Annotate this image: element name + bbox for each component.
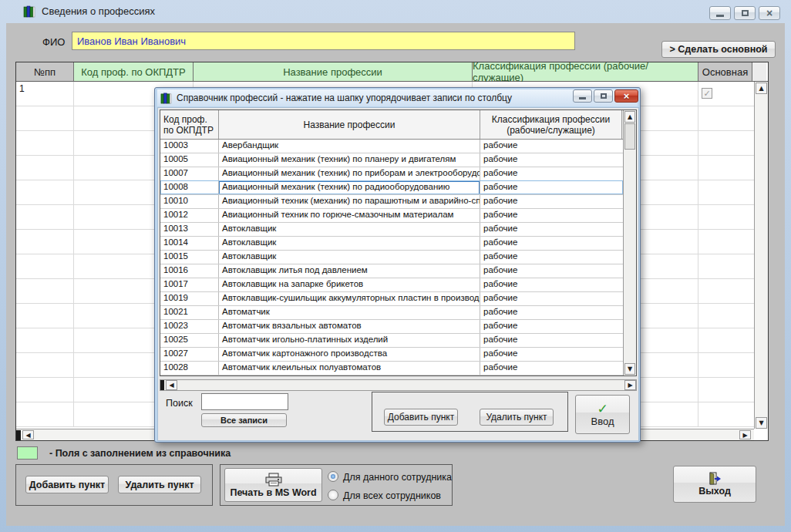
scroll-up-icon[interactable]: ▲ — [756, 82, 767, 94]
profession-code-cell[interactable]: 10028 — [160, 362, 219, 375]
scroll-down-icon[interactable]: ▼ — [624, 363, 635, 375]
scroll-right-icon[interactable]: ▶ — [739, 430, 751, 439]
profession-name-cell[interactable]: Авербандщик — [219, 140, 480, 153]
minimize-icon[interactable] — [709, 6, 731, 20]
dialog-delete-item-button[interactable]: Удалить пункт — [480, 409, 554, 426]
profession-class-cell[interactable]: рабочие — [480, 153, 622, 167]
profession-class-cell[interactable]: рабочие — [480, 292, 622, 305]
dialog-grid-row[interactable]: 10028Автоматчик клеильных полуавтоматовр… — [160, 362, 623, 375]
profession-class-cell[interactable]: рабочие — [480, 306, 622, 319]
profession-name-cell[interactable]: Автоклавщик-сушильщик аккумуляторных пла… — [219, 292, 480, 305]
profession-class-cell[interactable]: рабочие — [480, 334, 622, 347]
dialog-grid-row[interactable]: 10005Авиационный механик (техник) по пла… — [160, 153, 623, 167]
profession-name-cell[interactable]: Автоматчик картонажного производства — [219, 348, 480, 361]
profession-name-cell[interactable]: Автоматчик клеильных полуавтоматов — [219, 362, 480, 375]
radio-all-employees-label[interactable]: Для всех сотрудников — [343, 490, 441, 501]
profession-code-cell[interactable]: 10017 — [160, 278, 219, 291]
scroll-up-icon[interactable]: ▲ — [624, 111, 635, 123]
dialog-grid-row[interactable]: 10013Автоклавщикрабочие — [160, 223, 623, 237]
profession-code-cell[interactable]: 10012 — [160, 209, 219, 222]
main-table-cell[interactable]: 1 — [16, 82, 74, 106]
profession-class-cell[interactable]: рабочие — [480, 140, 622, 153]
profession-class-cell[interactable]: рабочие — [480, 362, 622, 375]
fio-input[interactable] — [72, 32, 575, 50]
profession-code-cell[interactable]: 10007 — [160, 167, 219, 180]
profession-code-cell[interactable]: 10005 — [160, 153, 219, 167]
profession-code-cell[interactable]: 10008 — [160, 181, 219, 194]
profession-name-cell[interactable]: Авиационный механик (техник) по приборам… — [219, 167, 480, 180]
profession-code-cell[interactable]: 10003 — [160, 140, 219, 153]
dialog-grid-row[interactable]: 10023Автоматчик вязальных автоматоврабоч… — [160, 320, 623, 334]
profession-class-cell[interactable]: рабочие — [480, 181, 622, 194]
dialog-grid-row[interactable]: 10027Автоматчик картонажного производств… — [160, 348, 623, 362]
scroll-right-icon[interactable]: ▶ — [624, 380, 636, 390]
scroll-down-icon[interactable]: ▼ — [756, 417, 767, 429]
scroll-thumb[interactable] — [624, 123, 635, 150]
profession-class-cell[interactable]: рабочие — [480, 223, 622, 236]
profession-name-cell[interactable]: Автоклавщик литья под давлением — [219, 264, 480, 278]
profession-class-cell[interactable]: рабочие — [480, 348, 622, 361]
all-records-button[interactable]: Все записи — [201, 413, 287, 427]
profession-class-cell[interactable]: рабочие — [480, 167, 622, 180]
profession-class-cell[interactable]: рабочие — [480, 209, 622, 222]
profession-name-cell[interactable]: Авиационный техник по горюче-смазочным м… — [219, 209, 480, 222]
dialog-grid-row[interactable]: 10012Авиационный техник по горюче-смазоч… — [160, 209, 623, 223]
add-item-button[interactable]: Добавить пункт — [25, 476, 109, 493]
profession-code-cell[interactable]: 10023 — [160, 320, 219, 333]
enter-button[interactable]: ✓ Ввод — [575, 395, 630, 434]
profession-name-cell[interactable]: Автоматчик — [219, 306, 480, 319]
profession-class-cell[interactable]: рабочие — [480, 264, 622, 278]
dialog-horizontal-scrollbar[interactable]: ◀ ▶ — [160, 379, 637, 391]
dialog-vertical-scrollbar[interactable]: ▲ ▼ — [623, 110, 636, 375]
radio-current-employee-label[interactable]: Для данного сотрудника — [343, 472, 452, 483]
profession-class-cell[interactable]: рабочие — [480, 278, 622, 291]
profession-code-cell[interactable]: 10014 — [160, 237, 219, 250]
dialog-grid-row[interactable]: 10015Автоклавщикрабочие — [160, 251, 623, 264]
dialog-grid-row[interactable]: 10017Автоклавщик на запарке брикетоврабо… — [160, 278, 623, 292]
profession-code-cell[interactable]: 10016 — [160, 264, 219, 278]
dir-header-code[interactable]: Код проф. по ОКПДТР — [160, 110, 219, 139]
dialog-grid-row[interactable]: 10014Автоклавщикрабочие — [160, 237, 623, 251]
radio-current-employee[interactable] — [328, 471, 338, 482]
profession-name-cell[interactable]: Автоклавщик — [219, 251, 480, 264]
profession-class-cell[interactable]: рабочие — [480, 320, 622, 333]
dialog-add-item-button[interactable]: Добавить пункт — [384, 409, 458, 426]
restore-icon[interactable] — [734, 6, 756, 20]
dialog-grid-row[interactable]: 10021Автоматчикрабочие — [160, 306, 623, 320]
profession-code-cell[interactable]: 10025 — [160, 334, 219, 347]
dialog-restore-icon[interactable] — [594, 89, 613, 103]
profession-class-cell[interactable]: рабочие — [480, 195, 622, 208]
dialog-grid-row[interactable]: 10010Авиационный техник (механик) по пар… — [160, 195, 623, 209]
profession-name-cell[interactable]: Автоматчик игольно-платинных изделий — [219, 334, 480, 347]
dialog-minimize-icon[interactable] — [573, 89, 592, 103]
dialog-grid-row[interactable]: 10003Авербандщикрабочие — [160, 140, 623, 153]
profession-name-cell[interactable]: Автоматчик вязальных автоматов — [219, 320, 480, 333]
primary-checkbox[interactable]: ✓ — [702, 88, 712, 99]
close-icon[interactable]: × — [759, 6, 780, 20]
profession-class-cell[interactable]: рабочие — [480, 251, 622, 264]
dialog-grid-row[interactable]: 10008Авиационный механик (техник) по рад… — [160, 181, 623, 195]
make-primary-button[interactable]: > Сделать основной — [661, 41, 776, 58]
radio-all-employees[interactable] — [328, 490, 338, 500]
profession-name-cell[interactable]: Авиационный механик (техник) по планеру … — [219, 153, 480, 167]
profession-class-cell[interactable]: рабочие — [480, 237, 622, 250]
main-vertical-scrollbar[interactable]: ▲ ▼ — [754, 82, 768, 429]
search-input[interactable] — [201, 393, 288, 410]
scroll-left-icon[interactable]: ◀ — [166, 380, 177, 390]
scroll-left-icon[interactable]: ◀ — [22, 430, 34, 439]
profession-code-cell[interactable]: 10019 — [160, 292, 219, 305]
profession-code-cell[interactable]: 10010 — [160, 195, 219, 208]
profession-code-cell[interactable]: 10015 — [160, 251, 219, 264]
profession-name-cell[interactable]: Автоклавщик — [219, 237, 480, 250]
delete-item-button[interactable]: Удалить пункт — [118, 476, 201, 493]
profession-code-cell[interactable]: 10021 — [160, 306, 219, 319]
dir-header-name[interactable]: Название профессии — [219, 110, 480, 139]
dialog-close-icon[interactable]: × — [614, 89, 638, 103]
exit-button[interactable]: Выход — [673, 466, 756, 503]
profession-name-cell[interactable]: Автоклавщик на запарке брикетов — [219, 278, 480, 291]
profession-name-cell[interactable]: Автоклавщик — [219, 223, 480, 236]
dialog-grid-row[interactable]: 10025Автоматчик игольно-платинных издели… — [160, 334, 623, 348]
profession-code-cell[interactable]: 10013 — [160, 223, 219, 236]
dialog-grid-row[interactable]: 10007Авиационный механик (техник) по при… — [160, 167, 623, 181]
dialog-grid-row[interactable]: 10019Автоклавщик-сушильщик аккумуляторны… — [160, 292, 623, 306]
